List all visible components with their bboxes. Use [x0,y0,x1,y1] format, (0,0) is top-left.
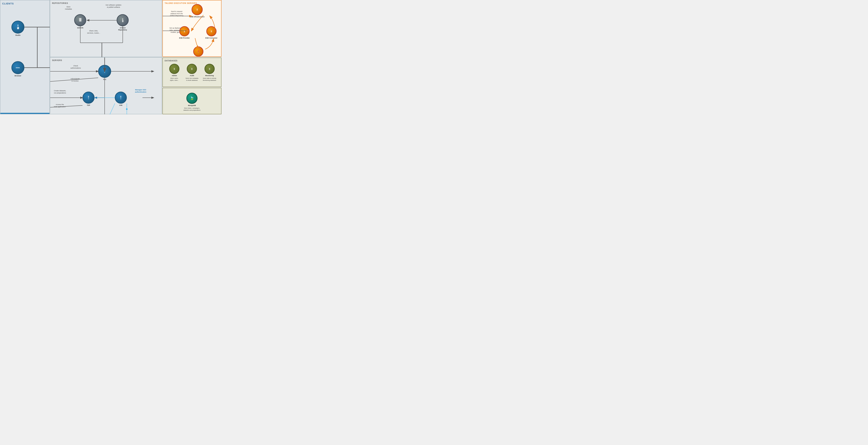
clients-bottom-bar [0,113,50,114]
repositories-panel: REPOSITORIES 🗄 Git/SVN t 🗄 ArtifactRepos… [50,0,162,57]
mongodb-desc: Store tasks, campaigns,datasets and prep… [183,107,200,111]
share-jobs-anno: Share Jobs,services, routes... [87,30,100,34]
tac-node: t ≡ TAC [98,65,111,80]
browser-label: Browser [14,75,21,77]
get-updates-anno: Get software updates& publish artifacts [105,4,121,8]
databases-title: DATABASES [165,60,219,62]
access-web-anno1: Access theWeb application [54,104,66,108]
admin-monitor-anno: Administrate& monitor [70,78,80,82]
git-svn-icon: 🗄 [74,14,86,26]
tac-label: TAC [103,78,106,80]
artifact-repo-node: t 🗄 ArtifactRepository [117,14,129,31]
tdp-icon: t ≡ [83,92,94,104]
execution-panel: TALEND EXECUTION SERVERS Send & requesta… [162,0,221,57]
svg-line-31 [105,104,115,114]
monitoring-db-item: t Monitoring Send data to ActivityMonito… [201,64,218,81]
svg-point-35 [126,108,127,110]
git-svn-label: Git/SVN [77,27,84,29]
main-diagram: CLIENTS t 🖥 Studio www. Browser [0,0,221,114]
esb-provider-icon: t [179,26,190,36]
browser-icon: www. [11,61,24,74]
right-column: TALEND EXECUTION SERVERS Send & requesta… [162,0,221,114]
browser-node: www. Browser [11,61,24,77]
git-svn-node: 🗄 Git/SVN [74,14,86,29]
artifact-repo-label: ArtifactRepository [118,27,127,31]
esb-infra-label: ESB Infrastructure [190,16,205,18]
tdp-node: t ≡ TDP [83,92,94,106]
audit-db-item: t Audit Send Job metadatato Audit databa… [183,64,200,81]
esb-consumer-node: t ESB Consumer [205,26,217,39]
mongodb-panel: 🍃 MongoDB Store tasks, campaigns,dataset… [162,88,221,114]
studio-label: Studio [15,34,21,36]
esb-provider-label: ESB Provider [179,37,190,39]
clients-svg [0,0,50,107]
create-datasets-anno: Create datasets,run preparations [54,90,66,94]
databases-panel: DATABASES t Admin Store users,rights, ro… [162,58,221,87]
monitoring-db-desc: Send data to ActivityMonitoring database [203,77,216,81]
service-locator-node: 📍 Service Locator [192,46,205,59]
send-artifacts-anno: Send & requestartifacts from theArtifact… [165,10,189,17]
databases-grid: t Admin Store users,rights, roles... t A… [165,63,219,82]
audit-db-icon: t [187,64,197,74]
admin-db-label: Admin [172,75,177,77]
mongodb-label: MongoDB [188,105,196,107]
tdp-label: TDP [87,104,90,106]
artifact-repo-icon: t 🗄 [117,14,129,26]
studio-icon: t 🖥 [11,21,24,34]
store-metadata-anno: Storemetadata [65,6,72,10]
monitoring-db-label: Monitoring [205,75,214,77]
service-locator-icon: 📍 [193,46,204,57]
servers-title: SERVERS [52,59,160,61]
manages-sso-anno: Manages SSOauthentication [130,89,152,93]
admin-db-desc: Store users,rights, roles... [170,77,179,81]
clients-panel: CLIENTS t 🖥 Studio www. Browser [0,0,50,114]
esb-infra-node: t ESB Infrastructure [190,4,205,18]
iam-icon: t ≡ [115,92,127,104]
studio-node: t 🖥 Studio [11,21,24,36]
check-auth-anno: Checkauthorizations [70,65,81,69]
admin-db-icon: t [169,64,179,74]
audit-db-label: Audit [190,75,194,77]
monitoring-db-icon: t [205,64,215,74]
esb-infra-icon: t [192,4,203,15]
iam-node: t ≡ IAM [115,92,127,106]
esb-consumer-label: ESB Consumer [205,37,217,39]
mongodb-grid: 🍃 MongoDB Store tasks, campaigns,dataset… [165,92,219,112]
clients-title: CLIENTS [2,2,48,5]
mongodb-icon: 🍃 [186,93,197,104]
esb-provider-node: t ESB Provider [179,26,190,39]
servers-panel: SERVERS t ≡ TAC t ≡ TDP t ≡ IAM [50,57,162,114]
esb-consumer-icon: t [206,26,216,36]
tac-icon: t ≡ [98,65,111,78]
admin-db-item: t Admin Store users,rights, roles... [165,64,183,81]
iam-label: IAM [119,104,122,106]
mongodb-item: 🍃 MongoDB Store tasks, campaigns,dataset… [165,93,218,111]
audit-db-desc: Send Job metadatato Audit database [185,77,198,81]
